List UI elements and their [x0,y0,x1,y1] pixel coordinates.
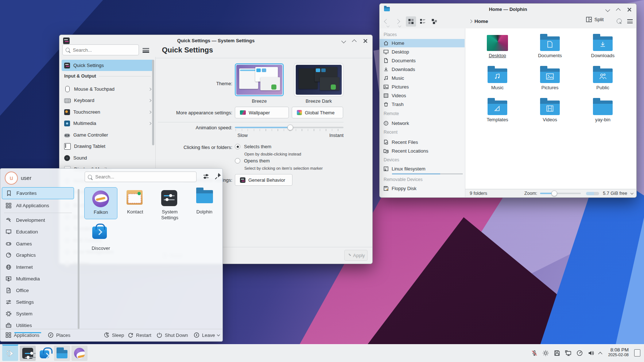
hamburger-menu-icon[interactable] [627,19,633,23]
category-system[interactable]: System [2,308,74,319]
folder-tile-downloads[interactable]: Downloads [581,34,625,58]
settings-search-field[interactable] [62,44,139,55]
digital-clock[interactable]: 8:08 PM 2025-02-08 [608,347,629,357]
show-desktop-button[interactable] [634,349,640,357]
icons-view-button[interactable] [406,16,416,27]
back-button[interactable] [384,19,389,24]
app-discover[interactable]: Discover [84,224,117,256]
taskbar-discover[interactable] [36,346,53,361]
category-favorites[interactable]: Favorites [2,187,74,199]
settings-search-input[interactable] [72,47,136,53]
category-office[interactable]: Office [2,284,74,296]
microphone-muted-icon[interactable] [531,350,538,357]
avatar[interactable]: u [5,172,18,185]
general-behavior-button[interactable]: General Behavior [235,174,292,186]
place-item-home[interactable]: Home [380,39,465,47]
folder-tile-yay-bin[interactable]: yay-bin [581,98,625,122]
maximize-icon[interactable] [352,39,357,44]
category-development[interactable]: Development [2,214,74,226]
app-falkon[interactable]: Falkon [84,187,117,219]
folder-tile-public[interactable]: Public [581,66,625,90]
category-utilities[interactable]: Utilities [2,319,74,331]
chevron-down-icon[interactable] [631,191,633,194]
radio-opens-them[interactable]: Opens them [235,158,270,164]
taskbar-dolphin[interactable] [54,346,70,361]
place-item-linux-filesystem[interactable]: Linux filesystem [380,165,465,173]
applications-tab[interactable]: Applications [5,332,39,338]
launcher-scrollbar[interactable] [78,189,79,329]
display-settings-icon[interactable] [565,350,572,357]
gauge-icon[interactable] [576,350,583,357]
nav-item-keyboard[interactable]: Keyboard [62,95,154,106]
place-item-desktop[interactable]: Desktop [380,48,465,56]
category-internet[interactable]: Internet [2,261,74,273]
sidebar-scrollbar[interactable] [152,60,154,145]
nav-item-quick-settings[interactable]: Quick Settings [62,60,154,71]
expand-tray-icon[interactable] [598,352,602,356]
apply-button[interactable]: Apply [344,250,368,261]
app-dolphin[interactable]: Dolphin [188,187,221,219]
forward-button[interactable] [395,19,400,24]
taskbar-launcher-button[interactable] [2,346,18,361]
category-games[interactable]: Games [2,238,74,249]
radio-selects-them[interactable]: Selects them [235,144,271,149]
app-kontact[interactable]: Kontact [119,187,152,219]
minimize-icon[interactable] [341,39,346,43]
launcher-search-input[interactable] [94,174,193,180]
folder-tile-templates[interactable]: Templates [476,98,519,122]
brightness-icon[interactable] [542,350,549,357]
place-item-floppy-disk[interactable]: Floppy Disk [380,184,465,193]
pin-icon[interactable] [214,172,222,180]
leave-button[interactable]: Leave [194,332,220,338]
theme-card-breeze-dark[interactable] [294,63,343,96]
place-item-documents[interactable]: Documents [380,56,465,65]
category-multimedia[interactable]: Multimedia [2,273,74,284]
category-settings[interactable]: Settings [2,296,74,308]
place-item-trash[interactable]: Trash [380,100,465,109]
place-item-pictures[interactable]: Pictures [380,83,465,91]
places-tab[interactable]: Places [48,332,70,338]
app-system-settings[interactable]: System Settings [153,187,186,219]
place-item-music[interactable]: Music [380,74,465,82]
place-item-recent-locations[interactable]: Recent Locations [380,147,465,155]
volume-icon[interactable] [587,350,594,357]
sleep-button[interactable]: Sleep [104,332,124,338]
taskbar-system-settings[interactable] [20,346,36,361]
folder-tile-pictures[interactable]: Pictures [528,66,572,90]
tree-view-button[interactable] [429,16,439,27]
shut-down-button[interactable]: Shut Down [156,332,188,338]
folder-tile-documents[interactable]: Documents [528,34,572,58]
category-education[interactable]: Education [2,226,74,237]
place-item-recent-files[interactable]: Recent Files [380,138,465,146]
folder-tile-music[interactable]: Music [476,66,519,90]
hamburger-menu-icon[interactable] [143,48,149,53]
forward-history-icon[interactable] [398,24,401,27]
theme-card-breeze[interactable] [235,63,284,96]
folder-tile-desktop[interactable]: Desktop [476,34,519,58]
wallpaper-button[interactable]: Wallpaper [235,107,289,118]
split-button[interactable]: Split [586,17,604,22]
details-view-button[interactable] [418,16,428,27]
nav-item-sound[interactable]: Sound [62,152,154,164]
launcher-search-field[interactable] [85,172,197,182]
maximize-icon[interactable] [616,8,621,13]
restart-button[interactable]: Restart [128,332,151,338]
animation-speed-slider[interactable] [235,124,344,133]
nav-item-game-controller[interactable]: Game Controller [62,129,154,141]
minimize-icon[interactable] [605,7,610,12]
place-item-videos[interactable]: Videos [380,91,465,100]
back-history-icon[interactable] [387,24,389,27]
category-all-applications[interactable]: All Applications [2,200,74,211]
search-icon[interactable] [617,19,622,24]
disk-status-icon[interactable] [554,350,560,357]
place-item-network[interactable]: Network [380,119,465,127]
global-theme-button[interactable]: Global Theme [292,107,343,118]
taskbar-falkon[interactable] [71,346,88,361]
slider-knob[interactable] [287,125,293,130]
folder-tile-videos[interactable]: Videos [528,98,572,122]
close-icon[interactable] [627,8,631,12]
configure-icon[interactable] [202,173,210,181]
place-item-downloads[interactable]: Downloads [380,65,465,74]
category-graphics[interactable]: Graphics [2,249,74,261]
breadcrumb[interactable]: Home [474,19,488,24]
